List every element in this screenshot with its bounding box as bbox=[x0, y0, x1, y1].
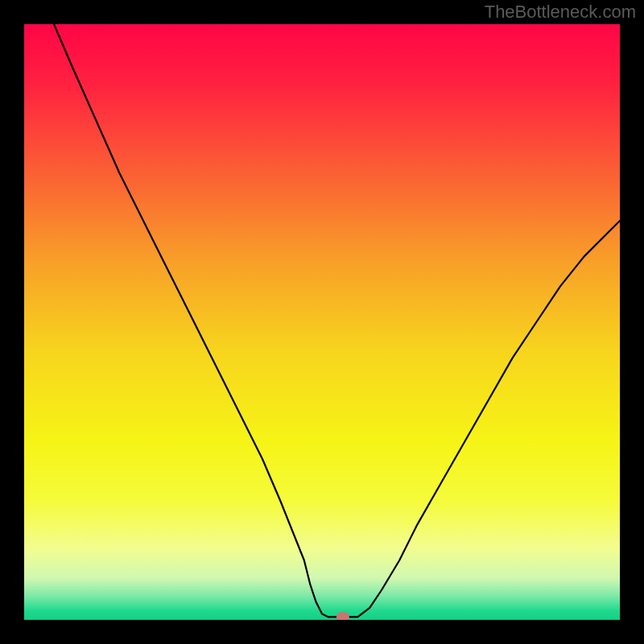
chart-container: TheBottleneck.com bbox=[0, 0, 644, 644]
min-point-marker bbox=[336, 612, 349, 620]
gradient-background bbox=[24, 24, 620, 620]
marker-group bbox=[336, 612, 349, 620]
watermark-text: TheBottleneck.com bbox=[485, 2, 636, 23]
chart-svg bbox=[24, 24, 620, 620]
plot-area bbox=[24, 24, 620, 620]
